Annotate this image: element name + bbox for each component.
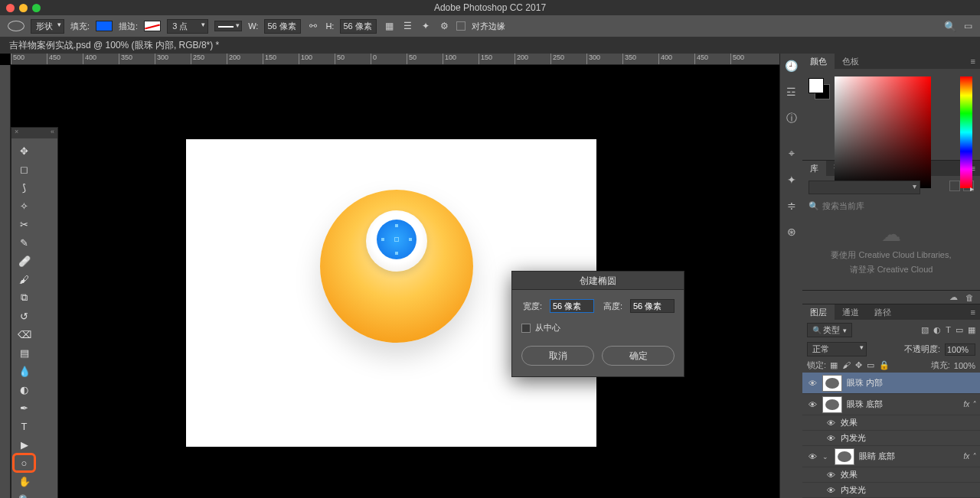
layer-filter-kind[interactable]: 类型	[807, 323, 852, 337]
workspace-icon[interactable]: ▭	[964, 21, 972, 31]
search-icon[interactable]: 🔍	[944, 21, 956, 32]
lock-transparency-icon[interactable]: ▦	[830, 360, 838, 370]
shape-tool[interactable]: ○	[15, 455, 34, 470]
library-select-dropdown[interactable]	[808, 181, 920, 194]
effect-visibility-icon[interactable]: 👁	[825, 470, 836, 480]
tab-channels[interactable]: 通道	[835, 304, 867, 320]
eraser-tool[interactable]: ⌫	[15, 327, 34, 342]
layer-effect-item[interactable]: 👁 内发光	[802, 431, 980, 446]
dlg-width-input[interactable]	[550, 299, 594, 313]
type-tool[interactable]: T	[15, 418, 34, 434]
effect-visibility-icon[interactable]: 👁	[825, 434, 836, 443]
color-panel-menu-icon[interactable]: ≡	[966, 57, 980, 66]
hue-slider[interactable]	[960, 76, 972, 188]
stroke-style-dropdown[interactable]	[214, 21, 242, 31]
stroke-swatch[interactable]	[144, 21, 161, 31]
layer-fx-badge[interactable]: fx ˄	[963, 452, 975, 461]
minimize-window-button[interactable]	[19, 4, 28, 12]
lib-grid-view-icon[interactable]	[949, 181, 960, 191]
align-edges-checkbox[interactable]	[456, 21, 466, 31]
height-input[interactable]: 56 像素	[340, 19, 377, 34]
layer-row[interactable]: 👁 眼珠 内部	[802, 373, 980, 394]
properties-panel-icon[interactable]: ☲	[786, 86, 796, 98]
layer-thumbnail[interactable]	[835, 448, 854, 465]
path-select-tool[interactable]: ▶	[15, 437, 34, 452]
effect-visibility-icon[interactable]: 👁	[825, 418, 836, 428]
filter-adjust-icon[interactable]: ◐	[933, 325, 941, 335]
tab-paths[interactable]: 路径	[867, 304, 899, 320]
filter-shape-icon[interactable]: ▭	[956, 325, 963, 335]
blend-mode-dropdown[interactable]: 正常	[807, 342, 867, 356]
maximize-window-button[interactable]	[32, 4, 41, 12]
history-panel-icon[interactable]: 🕘	[785, 60, 798, 72]
layer-row[interactable]: 👁 眼珠 底部 fx ˄	[802, 394, 980, 415]
layer-effects-row[interactable]: 👁 效果	[802, 467, 980, 483]
lib-search-placeholder[interactable]: 搜索当前库	[822, 200, 864, 212]
crop-tool[interactable]: ✂	[15, 216, 34, 232]
fill-opacity-input[interactable]: 100%	[954, 361, 975, 370]
move-tool[interactable]: ✥	[15, 143, 34, 158]
dlg-height-input[interactable]	[630, 299, 675, 313]
layer-effects-row[interactable]: 👁 效果	[802, 415, 980, 431]
magic-wand-tool[interactable]: ✧	[15, 198, 34, 213]
path-align-icon[interactable]: ▦	[383, 20, 395, 32]
link-wh-icon[interactable]: ⚯	[307, 20, 319, 32]
character-panel-icon[interactable]: ⌖	[789, 147, 795, 160]
lock-position-icon[interactable]: ✥	[855, 360, 862, 370]
width-input[interactable]: 56 像素	[264, 19, 301, 34]
tab-libraries[interactable]: 库	[802, 161, 826, 176]
adjustments-panel-icon[interactable]: ≑	[787, 200, 796, 212]
lasso-tool[interactable]: ⟆	[15, 180, 34, 195]
ok-button[interactable]: 确定	[602, 346, 675, 366]
layer-fx-badge[interactable]: fx ˄	[963, 400, 975, 408]
layer-visibility-icon[interactable]: 👁	[807, 400, 818, 409]
layer-name[interactable]: 眼珠 底部	[847, 399, 883, 410]
from-center-checkbox[interactable]	[521, 324, 531, 333]
clone-stamp-tool[interactable]: ⧉	[15, 290, 34, 305]
marquee-tool[interactable]: ◻	[15, 161, 34, 177]
blur-tool[interactable]: 💧	[15, 363, 34, 379]
filter-smart-icon[interactable]: ▦	[968, 325, 975, 335]
dodge-tool[interactable]: ◐	[15, 382, 34, 397]
hand-tool[interactable]: ✋	[15, 474, 34, 489]
toolbox-collapse-icon[interactable]: «	[51, 128, 54, 138]
document-tab[interactable]: 吉祥物案例实战.psd @ 100% (眼珠 内部, RGB/8*) *	[9, 39, 219, 52]
actions-panel-icon[interactable]: ⊛	[787, 226, 796, 238]
tool-mode-dropdown[interactable]: 形状	[31, 19, 64, 34]
tab-layers[interactable]: 图层	[802, 304, 835, 320]
history-brush-tool[interactable]: ↺	[15, 308, 34, 324]
gradient-tool[interactable]: ▤	[15, 345, 34, 360]
lock-artboard-icon[interactable]: ▭	[867, 360, 874, 370]
tab-swatches[interactable]: 色板	[835, 54, 867, 69]
layers-panel-menu-icon[interactable]: ≡	[966, 308, 980, 317]
lock-image-icon[interactable]: 🖌	[842, 360, 851, 370]
opacity-input[interactable]: 100%	[945, 343, 975, 356]
color-field[interactable]	[835, 76, 931, 188]
close-window-button[interactable]	[6, 4, 15, 12]
pen-tool[interactable]: ✒	[15, 400, 34, 415]
chevron-down-icon[interactable]: ⌄	[822, 453, 828, 461]
layer-filter-icons[interactable]: ▧ ◐ T ▭ ▦	[921, 325, 975, 335]
stroke-width-dropdown[interactable]: 3 点	[167, 19, 208, 34]
filter-pixel-icon[interactable]: ▧	[921, 325, 929, 335]
tab-color[interactable]: 颜色	[802, 54, 835, 69]
layer-visibility-icon[interactable]: 👁	[807, 452, 818, 461]
layer-thumbnail[interactable]	[822, 375, 842, 392]
healing-brush-tool[interactable]: 🩹	[15, 253, 34, 269]
toolbox-close-icon[interactable]: ×	[15, 128, 18, 138]
info-panel-icon[interactable]: ⓘ	[786, 112, 797, 125]
path-options-icon[interactable]: ✦	[420, 20, 432, 32]
brush-panel-icon[interactable]: ✦	[787, 174, 796, 186]
color-panel-fgbg[interactable]	[808, 78, 830, 99]
layer-name[interactable]: 眼珠 内部	[847, 377, 883, 389]
layer-thumbnail[interactable]	[822, 396, 842, 413]
layer-visibility-icon[interactable]: 👁	[807, 379, 818, 388]
ellipse-tool-icon[interactable]	[8, 21, 24, 31]
path-arrange-icon[interactable]: ☰	[401, 20, 413, 32]
gear-icon[interactable]: ⚙	[438, 20, 450, 32]
layer-name[interactable]: 眼睛 底部	[859, 451, 895, 462]
zoom-tool[interactable]: 🔍	[15, 492, 34, 498]
cancel-button[interactable]: 取消	[521, 346, 594, 366]
lock-all-icon[interactable]: 🔒	[879, 360, 890, 370]
lib-sync-icon[interactable]: ☁	[949, 292, 958, 302]
